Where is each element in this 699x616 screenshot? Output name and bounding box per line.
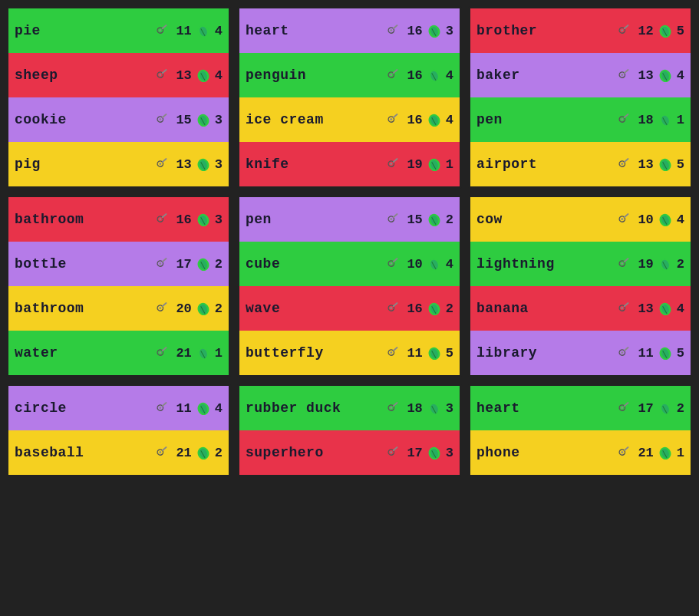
svg-point-175: [621, 451, 624, 454]
wrench-number: 18: [407, 401, 422, 416]
card-cell: water 21 1: [8, 331, 229, 375]
cell-icons: 21 1: [156, 344, 223, 361]
card-cell: library 11 5: [470, 331, 691, 375]
card-cell: superhero 17 3: [239, 430, 460, 475]
card-cell: baker 13 4: [470, 53, 691, 97]
svg-rect-44: [393, 158, 398, 163]
svg-point-163: [390, 451, 393, 454]
svg-rect-122: [624, 213, 629, 219]
wrench-number: 19: [407, 157, 422, 172]
wrench-number: 13: [638, 68, 653, 83]
wrench-number: 16: [407, 301, 422, 316]
cell-icons: 11 5: [387, 344, 453, 361]
leaf-number: 4: [446, 257, 453, 272]
svg-rect-134: [624, 302, 629, 308]
cell-icons: 15 3: [156, 111, 223, 128]
cell-icons: 16 3: [387, 22, 453, 39]
svg-point-55: [621, 74, 624, 77]
wrench-number: 10: [638, 212, 653, 227]
svg-rect-128: [624, 258, 629, 263]
cell-icons: 13 4: [156, 67, 223, 84]
card: cow 10 4lightning 19 2banana 13 4library: [468, 195, 693, 377]
cell-icons: 21 2: [156, 444, 223, 461]
svg-rect-56: [624, 69, 629, 74]
svg-rect-92: [162, 347, 167, 352]
card-cell: banana 13 4: [470, 286, 691, 331]
cell-word: ice cream: [246, 112, 382, 127]
leaf-number: 1: [215, 346, 223, 361]
cell-word: pen: [246, 212, 382, 227]
card-row: bathroom 16 3bottle 17 2bathroom 20 2wat…: [6, 195, 693, 377]
cell-word: rubber duck: [246, 400, 382, 416]
cell-word: sheep: [15, 68, 151, 83]
wrench-number: 11: [176, 24, 191, 38]
svg-rect-38: [393, 114, 398, 119]
card: pen 15 2cube 10 4wave 16 2butterfly: [237, 195, 462, 377]
card: rubber duck 18 3superhero 17 3: [237, 384, 462, 477]
card-cell: cookie 15 3: [8, 97, 229, 142]
card-cell: bathroom 16 3: [8, 197, 229, 242]
cell-icons: 10 4: [618, 211, 684, 228]
leaf-number: 1: [677, 113, 684, 127]
card-cell: pig 13 3: [8, 142, 229, 186]
svg-point-151: [159, 451, 162, 454]
svg-rect-8: [162, 69, 167, 74]
wrench-number: 10: [407, 257, 422, 272]
cell-icons: 11 4: [156, 400, 223, 417]
svg-rect-50: [624, 25, 629, 30]
card-cell: airport 13 5: [470, 142, 691, 186]
svg-rect-170: [624, 402, 629, 407]
svg-point-19: [159, 163, 162, 166]
leaf-number: 2: [677, 257, 684, 272]
svg-rect-176: [624, 446, 629, 452]
cell-icons: 16 3: [156, 211, 223, 228]
svg-point-103: [390, 262, 393, 265]
wrench-number: 12: [638, 24, 653, 38]
leaf-number: 4: [677, 68, 684, 83]
cell-icons: 16 4: [387, 111, 453, 128]
cell-word: baseball: [15, 445, 151, 460]
card-cell: pie 11 4: [8, 8, 229, 53]
leaf-number: 3: [446, 24, 453, 38]
cell-icons: 20 2: [156, 300, 223, 317]
card-cell: lightning 19 2: [470, 242, 691, 286]
cell-icons: 17 2: [618, 400, 684, 417]
cell-word: penguin: [246, 68, 382, 83]
card-cell: heart 16 3: [239, 8, 460, 53]
leaf-number: 3: [215, 157, 223, 172]
card-cell: rubber duck 18 3: [239, 386, 460, 430]
cell-word: knife: [246, 156, 382, 172]
card-cell: pen 15 2: [239, 197, 460, 242]
svg-rect-140: [624, 347, 629, 352]
cell-word: pen: [476, 112, 613, 127]
cell-icons: 15 2: [387, 211, 453, 228]
cell-icons: 18 3: [387, 400, 453, 417]
svg-rect-104: [393, 258, 398, 263]
cell-icons: 17 3: [387, 444, 453, 461]
card-cell: wave 16 2: [239, 286, 460, 331]
cell-icons: 13 4: [618, 67, 684, 84]
svg-point-37: [390, 118, 393, 121]
svg-point-121: [621, 218, 624, 221]
wrench-number: 13: [176, 157, 191, 172]
svg-rect-26: [393, 25, 398, 30]
leaf-number: 4: [446, 68, 453, 83]
svg-point-43: [390, 163, 393, 166]
cell-word: cow: [476, 212, 613, 227]
card-row: pie 11 4sheep 13 4cookie 15 3pig: [6, 6, 693, 189]
leaf-number: 5: [677, 24, 684, 38]
card-cell: sheep 13 4: [8, 53, 229, 97]
wrench-number: 17: [638, 401, 653, 416]
leaf-number: 5: [677, 157, 684, 172]
cell-icons: 17 2: [156, 255, 223, 272]
wrench-number: 15: [176, 113, 191, 127]
svg-point-13: [159, 118, 162, 121]
card-cell: baseball 21 2: [8, 430, 229, 475]
leaf-number: 3: [215, 113, 223, 127]
wrench-number: 13: [638, 157, 653, 172]
wrench-number: 16: [407, 68, 422, 83]
wrench-number: 21: [176, 346, 191, 361]
leaf-number: 1: [677, 446, 684, 460]
cell-word: library: [476, 345, 613, 361]
svg-rect-164: [393, 446, 398, 452]
